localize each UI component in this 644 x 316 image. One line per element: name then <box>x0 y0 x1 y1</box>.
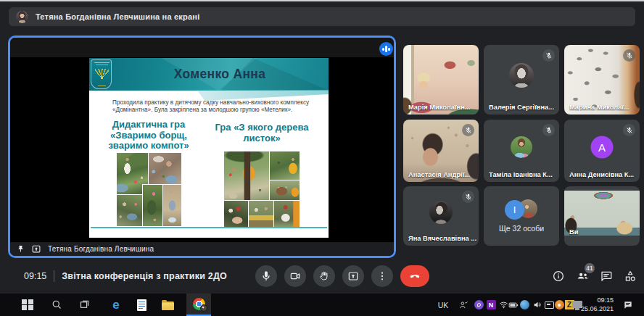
taskbar-search-button[interactable] <box>48 294 65 316</box>
meeting-clock: 09:15 <box>24 271 46 281</box>
file-explorer-taskbar-icon[interactable] <box>159 294 176 316</box>
participant-name-label: Ви <box>569 228 637 236</box>
activities-button[interactable] <box>623 269 637 283</box>
mic-muted-icon <box>542 49 555 62</box>
participant-name-label: Таміла Іванівна К... <box>489 171 557 178</box>
meeting-details-button[interactable] <box>551 269 566 283</box>
taskbar-clock[interactable]: 09:15 25.06.2021 <box>581 294 614 316</box>
participant-tile-overflow[interactable]: І Ще 32 особи <box>484 186 559 246</box>
task-view-button[interactable] <box>75 294 93 316</box>
raise-hand-button[interactable] <box>313 265 335 287</box>
pin-icon <box>17 244 25 254</box>
participant-avatar-photo <box>509 63 534 88</box>
present-button[interactable] <box>342 265 364 287</box>
participant-name-label: Валерія Сергіївна... <box>489 104 557 111</box>
windows-taskbar: e UK N Z 09:15 25.06.2021 <box>0 294 644 316</box>
presenting-banner-text: Тетяна Богданівна Левчишина на екрані <box>36 12 199 21</box>
participant-tile-anastasia[interactable]: Анастасія Андрії... <box>403 120 479 182</box>
taskbar-time: 09:15 <box>597 296 614 304</box>
participant-name-label: Яна Вячеславівна ... <box>408 235 476 242</box>
participants-button[interactable]: 41 <box>575 269 590 283</box>
mic-muted-icon <box>623 49 635 62</box>
mic-muted-icon <box>462 124 474 136</box>
start-button[interactable] <box>19 294 36 316</box>
chrome-icon <box>193 298 205 310</box>
presentation-tile[interactable]: Хоменко Анна Проходила практику в дитячо… <box>8 36 396 258</box>
participant-tile-valeria[interactable]: Валерія Сергіївна... <box>484 45 559 115</box>
overflow-avatar-initial: І <box>505 200 524 220</box>
participant-tile-anna[interactable]: А Анна Денисівна К... <box>564 120 640 182</box>
participant-tile-you[interactable]: Ви <box>564 186 640 246</box>
participant-tile-maria[interactable]: Марія Миколаївн... <box>403 45 479 115</box>
slide-title: Хоменко Анна <box>111 67 329 82</box>
participant-tile-yana[interactable]: Яна Вячеславівна ... <box>403 186 479 246</box>
mic-muted-icon <box>623 124 635 136</box>
overlay-badge-icon <box>200 304 207 312</box>
chrome-taskbar-button-active[interactable] <box>186 294 211 316</box>
participant-name-label: Марія Миколаївн... <box>408 104 476 111</box>
slide-divider-line <box>91 227 327 228</box>
google-meet-window: Тетяна Богданівна Левчишина на екрані Хо… <box>0 0 644 316</box>
meet-control-bar: 09:15 Звітна конференція з практики 2ДО … <box>0 258 644 294</box>
presenting-banner: Тетяна Богданівна Левчишина на екрані <box>9 7 635 26</box>
participant-initial-avatar: А <box>591 136 614 158</box>
more-options-button[interactable] <box>371 265 393 287</box>
right-photo-collage <box>224 151 300 227</box>
camera-button[interactable] <box>284 265 306 287</box>
overflow-count-label: Ще 32 особи <box>499 224 544 233</box>
edge-taskbar-icon[interactable]: e <box>107 294 125 316</box>
slide-right-game-title: Гра «З якого дерева листок» <box>214 122 310 144</box>
mic-muted-icon <box>462 191 474 203</box>
participant-tile-tamila[interactable]: Таміла Іванівна К... <box>484 120 559 182</box>
mic-muted-icon <box>542 124 555 136</box>
participant-name-label: Анастасія Андрії... <box>408 171 476 178</box>
language-indicator[interactable]: UK <box>434 294 452 316</box>
presenter-avatar <box>16 11 28 23</box>
mic-button[interactable] <box>255 265 277 287</box>
left-photo-collage <box>117 153 181 226</box>
word-document-taskbar-icon[interactable] <box>133 294 150 316</box>
overflow-avatars: І <box>505 199 538 220</box>
presenting-icon <box>31 244 41 254</box>
window-top-edge <box>0 0 644 1</box>
slide-intro-text: Проходила практику в дитячому садку навч… <box>112 99 313 115</box>
participant-name-label: Марина Миколаї... <box>569 104 637 111</box>
taskbar-date: 25.06.2021 <box>581 305 614 313</box>
presenter-name-bar: Тетяна Богданівна Левчишина <box>10 242 394 256</box>
presenter-name-label: Тетяна Богданівна Левчишина <box>48 245 154 253</box>
meeting-title: Звітна конференція з практики 2ДО <box>62 271 227 281</box>
shared-screen-top-strip <box>10 38 394 57</box>
slide-left-game-title: Дидактична гра «Зваримо борщ, зваримо ко… <box>107 120 191 151</box>
divider <box>54 270 54 282</box>
action-center-icon[interactable] <box>619 294 637 316</box>
participant-avatar-photo <box>511 136 532 158</box>
university-logo <box>91 59 112 89</box>
participant-avatar-photo <box>429 201 453 224</box>
participant-count-badge: 41 <box>585 263 595 273</box>
participant-tile-maryna[interactable]: Марина Миколаї... <box>564 45 640 115</box>
participant-name-label: Анна Денисівна К... <box>569 171 637 178</box>
end-call-button[interactable] <box>400 265 429 287</box>
audio-activity-icon <box>379 42 393 56</box>
shared-slide: Хоменко Анна Проходила практику в дитячо… <box>89 58 329 238</box>
chat-button[interactable] <box>599 269 614 283</box>
